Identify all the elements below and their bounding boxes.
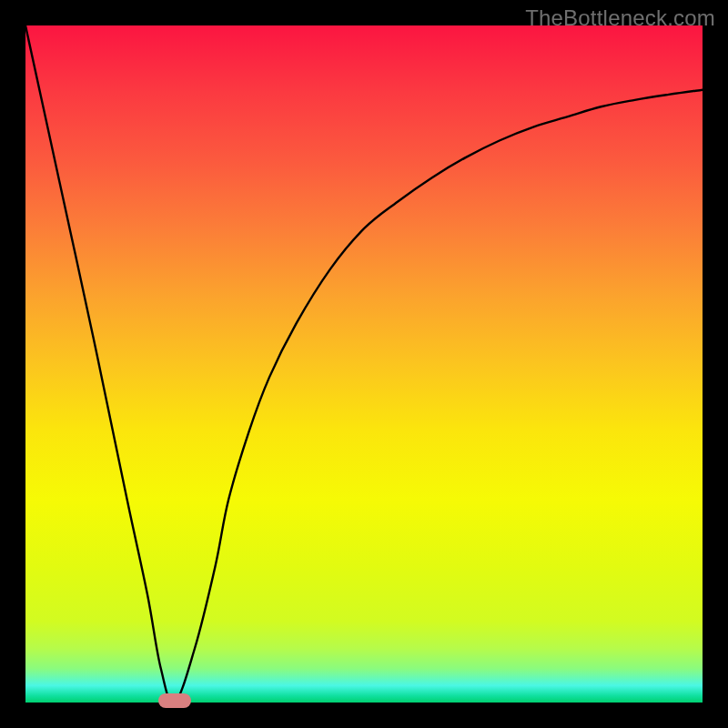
watermark-text: TheBottleneck.com <box>525 5 715 31</box>
chart-frame: TheBottleneck.com <box>0 0 728 728</box>
optimum-marker <box>158 693 191 708</box>
plot-area <box>25 25 703 703</box>
bottleneck-curve <box>25 25 703 703</box>
